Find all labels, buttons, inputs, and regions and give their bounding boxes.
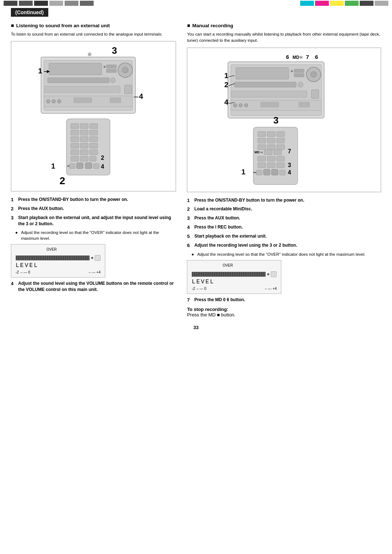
right-text-1: Press the ON/STAND-BY button to turn the… (194, 197, 381, 204)
left-bullet-3: ● Adjust the recording level so that the… (15, 230, 176, 241)
svg-point-58 (233, 104, 237, 107)
svg-rect-82 (267, 163, 275, 168)
svg-rect-41 (77, 163, 83, 169)
svg-point-3 (103, 66, 106, 68)
right-bullet-6: ● Adjust the recording level so that the… (191, 251, 381, 257)
svg-point-52 (311, 72, 317, 77)
svg-rect-78 (258, 156, 266, 161)
left-over-label: OVER (46, 247, 57, 251)
left-num-4: 4 (11, 280, 16, 293)
left-instr-3: 3 Start playback on the external unit, a… (11, 215, 176, 227)
svg-rect-26 (80, 130, 88, 135)
right-bullet-dot: ● (191, 251, 195, 257)
svg-rect-81 (258, 163, 266, 168)
right-meter-pointer (267, 273, 269, 275)
right-remote-step4b: 4 (288, 169, 291, 175)
left-instr-2: 2 Press the AUX button. (11, 206, 176, 213)
bar-block-1 (4, 1, 17, 6)
svg-rect-84 (256, 170, 262, 175)
svg-rect-70 (258, 138, 266, 143)
svg-rect-85 (264, 169, 270, 175)
svg-rect-32 (80, 143, 88, 148)
right-column: Manual recording You can start a recordi… (187, 23, 381, 318)
bar-block-3 (34, 1, 48, 6)
right-text-3: Press the AUX button. (194, 215, 381, 222)
right-num-6: 6 (187, 242, 192, 249)
svg-rect-80 (277, 156, 285, 161)
right-step3-below: 3 (273, 115, 278, 126)
right-top-7-label: 7 (306, 54, 309, 60)
svg-rect-71 (267, 138, 275, 143)
left-step1-label: 1 (38, 67, 42, 75)
bar-block-d1 (360, 1, 373, 6)
left-remote-step1: 1 (51, 162, 55, 170)
right-top-6-label: 6 (286, 54, 289, 60)
left-num-1: 1 (11, 197, 16, 203)
left-section-desc: To listen to sound from an external unit… (11, 31, 176, 37)
svg-rect-38 (80, 156, 88, 161)
right-num-3: 3 (187, 215, 192, 222)
svg-point-54 (298, 82, 303, 87)
svg-rect-42 (85, 163, 92, 169)
svg-rect-67 (258, 132, 266, 137)
right-top-6b-label: 6 (315, 54, 318, 60)
svg-rect-37 (71, 156, 79, 161)
right-scale-row: -2 ←--- 0 ←--- +4 (192, 287, 277, 291)
left-text-1: Press the ON/STAND-BY button to turn the… (18, 197, 176, 203)
svg-point-7 (122, 67, 128, 73)
right-instr-3: 3 Press the AUX button. (187, 215, 381, 222)
svg-rect-39 (90, 156, 96, 161)
right-instr-6: 6 Adjust the recording level using the 3… (187, 242, 381, 249)
right-section-desc: You can start a recording manually whils… (187, 31, 381, 44)
stop-recording-label: To stop recording: (187, 307, 228, 312)
bar-block-6 (80, 1, 94, 6)
svg-rect-72 (277, 138, 285, 143)
left-meter-bar (16, 255, 90, 260)
svg-rect-49 (294, 69, 304, 73)
svg-rect-34 (71, 150, 79, 155)
svg-rect-47 (236, 68, 289, 79)
bar-block-cyan (300, 1, 314, 6)
right-instr-7: 7 Press the MD 0 6 button. (187, 297, 381, 304)
page-number: 33 (11, 325, 381, 330)
right-mdh-top-label: MD (293, 55, 299, 60)
right-instructions: 1 Press the ON/STAND-BY button to turn t… (187, 197, 381, 318)
right-remote-step3: 3 (288, 162, 291, 168)
left-step4-label: 4 (139, 92, 143, 100)
left-diagram-svg: 3 (37, 44, 150, 179)
svg-rect-79 (267, 156, 275, 161)
left-column: Listening to sound from an external unit… (11, 23, 176, 318)
svg-rect-75 (277, 145, 285, 150)
svg-rect-23 (80, 124, 88, 129)
svg-rect-33 (90, 143, 98, 148)
svg-rect-4 (106, 65, 117, 68)
right-num-1: 1 (187, 197, 192, 204)
right-instr-4: 4 Press the l REC button. (187, 224, 381, 231)
left-meter-indicator (95, 255, 101, 261)
bar-block-2 (19, 1, 33, 6)
svg-rect-53 (234, 82, 296, 87)
left-scale-left: -2 ←--- 0 (16, 270, 30, 274)
svg-rect-56 (311, 90, 319, 98)
left-heading-text: Listening to sound from an external unit (16, 23, 110, 28)
right-num-2: 2 (187, 206, 192, 213)
right-step1-label: 1 (224, 72, 228, 80)
left-num-3: 3 (11, 215, 16, 227)
svg-rect-86 (271, 169, 278, 175)
svg-rect-36 (90, 150, 98, 155)
bar-block-magenta (315, 1, 329, 6)
left-text-2: Press the AUX button. (18, 206, 176, 213)
left-step2-label: 2 (60, 175, 65, 186)
right-meter-bar (192, 272, 266, 277)
right-device-diagram: 6 MD H 7 6 (187, 48, 381, 192)
svg-point-59 (239, 104, 242, 107)
svg-point-9 (110, 78, 115, 83)
right-text-6: Adjust the recording level using the 3 o… (194, 242, 381, 249)
svg-rect-73 (258, 145, 266, 150)
right-scale-left: -2 ←--- 0 (192, 287, 206, 291)
right-step2-label: 2 (224, 81, 228, 89)
svg-rect-16 (74, 98, 92, 103)
svg-rect-17 (110, 98, 121, 103)
left-scale-row: -2 ←--- 0 ←--- +4 (16, 270, 101, 274)
svg-rect-25 (71, 130, 79, 135)
